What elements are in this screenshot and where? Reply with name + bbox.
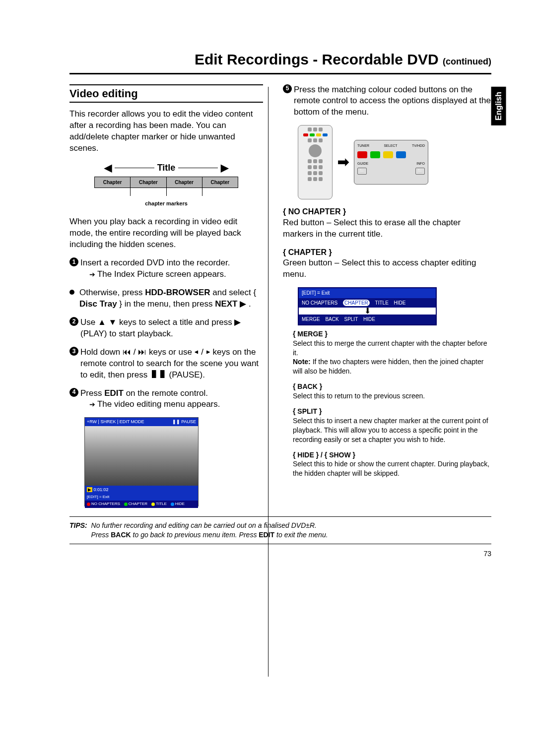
page-title-suffix: (continued): [443, 57, 491, 66]
remote-diagram: ➡ TUNER SELECT TV/HDD GUIDE INFO: [298, 125, 491, 199]
step-number-icon: 4: [69, 388, 78, 397]
column-divider: [268, 87, 268, 677]
step-4: 4 Press EDIT on the remote control. The …: [69, 388, 263, 411]
arrow-down-icon: ⬇: [299, 308, 436, 315]
chapter-cell: Chapter: [202, 177, 238, 188]
no-chapter-text: Red button – Select this to erase all th…: [283, 217, 491, 240]
split-option: { SPLIT } Select this to insert a new ch…: [293, 407, 491, 444]
diagram-title-label: Title: [157, 162, 176, 174]
tips-label: TIPS:: [69, 521, 87, 529]
arrow-left-icon: ◀: [104, 161, 112, 175]
red-button-icon: [357, 151, 367, 158]
ems-top-left: +RW | SHREK | EDIT MODE: [87, 419, 144, 425]
chapter-heading: { CHAPTER }: [283, 247, 491, 258]
chapter-bar: Chapter Chapter Chapter Chapter: [94, 177, 238, 189]
chapter-cell: Chapter: [131, 177, 166, 188]
step-1: 1 Insert a recorded DVD into the recorde…: [69, 257, 263, 280]
step4-sub: The video editing menu appears.: [89, 399, 220, 409]
step1-text: Insert a recorded DVD into the recorder.: [80, 258, 230, 267]
edit-mode-screenshot: +RW | SHREK | EDIT MODE ❚❚ PAUSE ▶ 0:01:…: [84, 417, 199, 506]
step3-text: Hold down ⏮ / ⏭ keys or use ◀ / ▶ keys o…: [80, 347, 263, 381]
step5-text: Press the matching colour coded buttons …: [294, 84, 491, 119]
step-number-icon: 2: [69, 317, 78, 326]
arrow-right-icon: ▶: [221, 161, 228, 175]
page-title: Edit Recordings - Recordable DVD (contin…: [69, 50, 491, 74]
remote-icon: [298, 125, 333, 199]
arrow-right-icon: ➡: [337, 153, 349, 172]
step-bullet: Otherwise, press HDD-BROWSER and select …: [69, 287, 263, 310]
step1-sub: The Index Picture screen appears.: [89, 269, 226, 279]
playback-note: When you play back a recording in video …: [69, 216, 263, 251]
chapter-cell: Chapter: [95, 177, 131, 188]
page-number: 73: [69, 549, 491, 559]
step-3: 3 Hold down ⏮ / ⏭ keys or use ◀ / ▶ keys…: [69, 347, 263, 381]
yellow-button-icon: [383, 151, 393, 158]
back-option: { BACK } Select this to return to the pr…: [293, 382, 491, 401]
step-number-icon: 1: [69, 257, 78, 266]
blue-button-icon: [396, 151, 406, 158]
no-chapter-heading: { NO CHAPTER }: [283, 206, 491, 217]
hide-option: { HIDE } / { SHOW } Select this to hide …: [293, 450, 491, 479]
step-2: 2 Use ▲ ▼ keys to select a title and pre…: [69, 317, 263, 340]
step-5: 5 Press the matching colour coded button…: [283, 84, 491, 119]
title-diagram: ◀ Title ▶ Chapter Chapter Chapter Chapte…: [69, 161, 263, 207]
intro-text: This recorder allows you to edit the vid…: [69, 109, 263, 154]
page-title-main: Edit Recordings - Recordable DVD: [195, 51, 439, 67]
step2-text: Use ▲ ▼ keys to select a title and press…: [80, 317, 263, 340]
language-tab: English: [491, 87, 506, 126]
chapter-cell: Chapter: [167, 177, 202, 188]
step-number-icon: 5: [283, 84, 292, 93]
merge-option: { MERGE } Select this to merge the curre…: [293, 329, 491, 376]
menu-exit: [EDIT] = Exit: [299, 288, 436, 298]
chapter-text: Green button – Select this to access cha…: [283, 257, 491, 280]
ems-top-right: ❚❚ PAUSE: [172, 419, 196, 425]
ems-edit-exit: [EDIT] = Exit: [85, 494, 198, 501]
chapter-markers-label: chapter markers: [69, 200, 263, 207]
tips-footer: TIPS: No further recording and editing c…: [69, 516, 491, 544]
remote-zoom-panel: TUNER SELECT TV/HDD GUIDE INFO ⬜ ⬜: [354, 140, 428, 185]
chapter-menu-strip: [EDIT] = Exit NO CHAPTERS CHAPTER TITLE …: [298, 287, 437, 325]
section-video-editing: Video editing: [69, 84, 263, 103]
green-button-icon: [370, 151, 380, 158]
step-number-icon: 3: [69, 347, 78, 356]
bullet-icon: [69, 290, 74, 295]
